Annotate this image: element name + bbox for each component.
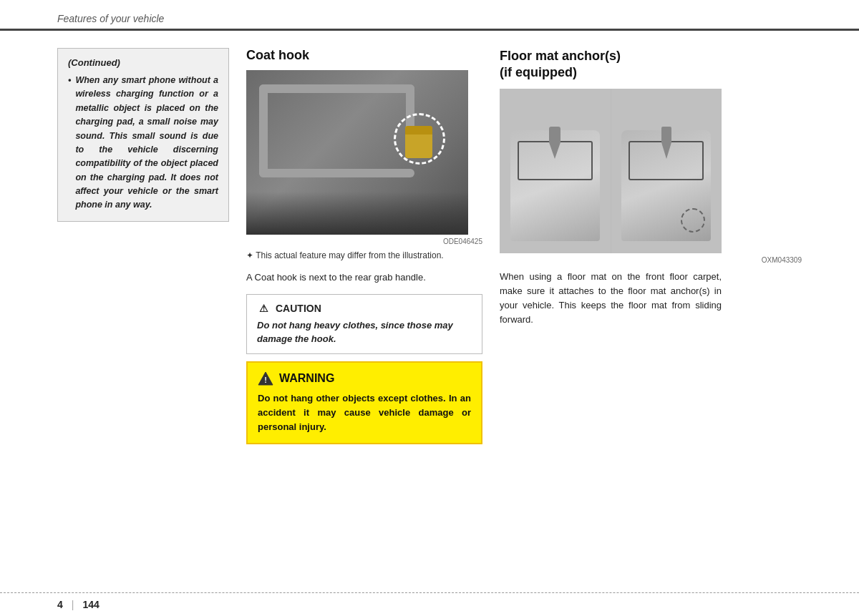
anchor-tip-b: [661, 142, 671, 159]
type-b-panel: [611, 89, 722, 253]
warning-triangle-icon: !: [258, 371, 273, 386]
left-column: (Continued) • When any smart phone witho…: [57, 48, 229, 568]
bullet-item: • When any smart phone without a wireles…: [68, 74, 218, 212]
footer: 4 | 144: [0, 592, 859, 616]
handle-bottom: [259, 169, 414, 177]
continued-text: • When any smart phone without a wireles…: [68, 74, 218, 212]
footer-separator: |: [72, 599, 74, 610]
footer-page-sub: 144: [82, 599, 99, 610]
type-b-mat: [621, 116, 711, 241]
handle-top: [259, 84, 414, 93]
floor-mat-image: ■ Type A ■ Type B: [500, 89, 722, 253]
caution-box: ⚠ CAUTION Do not hang heavy clothes, sin…: [246, 294, 482, 354]
floor-mat-title: Floor mat anchor(s)(if equipped): [500, 48, 802, 82]
handle-left: [259, 84, 268, 177]
hook-circle: [394, 113, 445, 165]
note-body: This actual feature may differ from the …: [256, 250, 444, 260]
anchor-peg-b: [661, 127, 671, 142]
footer-page: 4: [57, 599, 63, 610]
main-content: (Continued) • When any smart phone witho…: [0, 31, 859, 568]
anchor-tip-a: [549, 142, 560, 159]
image-shadow: [246, 192, 468, 235]
warning-text: Do not hang other objects except clothes…: [258, 391, 471, 434]
continued-body: When any smart phone without a wireless …: [75, 74, 218, 212]
continued-box: (Continued) • When any smart phone witho…: [57, 48, 229, 222]
floor-mat-section: Floor mat anchor(s)(if equipped) ■ Type …: [500, 48, 802, 568]
caution-text: Do not hang heavy clothes, since those m…: [257, 319, 472, 346]
caution-label: CAUTION: [276, 303, 321, 314]
caution-icon: ⚠: [257, 302, 270, 315]
floor-mat-image-code: OXM043309: [500, 256, 802, 264]
floor-mat-title-text: Floor mat anchor(s)(if equipped): [500, 49, 621, 79]
type-a-panel: [500, 89, 611, 253]
coat-hook-note: ✦ This actual feature may differ from th…: [246, 250, 482, 262]
svg-text:!: !: [264, 376, 267, 384]
page-wrapper: Features of your vehicle (Continued) • W…: [0, 0, 859, 616]
coat-hook-title: Coat hook: [246, 48, 482, 63]
note-dagger: ✦: [246, 250, 253, 260]
floor-mat-description: When using a floor mat on the front floo…: [500, 270, 722, 328]
coat-hook-section: Coat hook ODE046425 ✦: [246, 48, 482, 568]
warning-box: ! WARNING Do not hang other objects exce…: [246, 361, 482, 444]
coat-hook-image-code: ODE046425: [246, 238, 482, 245]
warning-header: ! WARNING: [258, 371, 471, 386]
type-a-mat: [510, 116, 600, 241]
caution-header: ⚠ CAUTION: [257, 302, 472, 315]
coat-hook-image: [246, 70, 468, 235]
anchor-peg-a: [549, 127, 560, 142]
bullet-dot: •: [68, 74, 71, 212]
coat-hook-description: A Coat hook is next to the rear grab han…: [246, 270, 482, 285]
header: Features of your vehicle: [0, 0, 859, 31]
header-title: Features of your vehicle: [57, 13, 164, 24]
warning-label: WARNING: [279, 372, 334, 385]
continued-title: (Continued): [68, 57, 218, 68]
